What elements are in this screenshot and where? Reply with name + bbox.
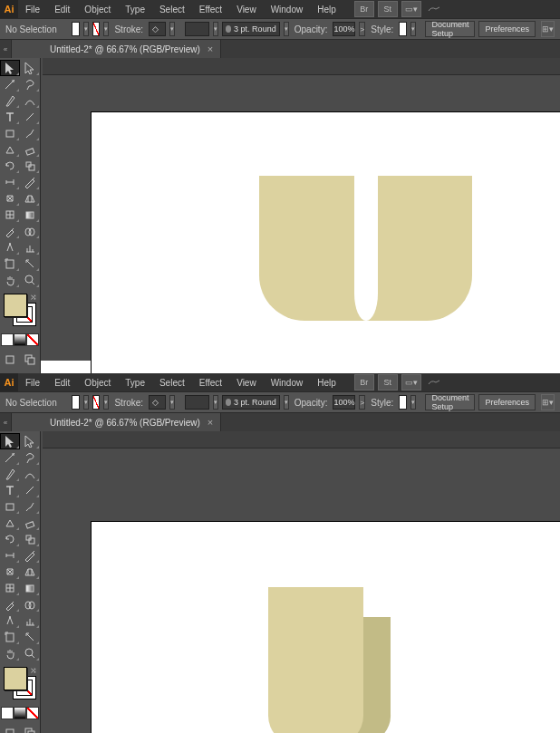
gradient-tool[interactable] — [20, 207, 40, 223]
hand-tool[interactable] — [0, 272, 20, 288]
color-mode-solid[interactable] — [1, 707, 14, 719]
fill-swatch[interactable] — [72, 395, 80, 410]
draw-mode-normal[interactable] — [0, 725, 20, 733]
column-graph-tool[interactable] — [20, 612, 40, 629]
brush-definition[interactable]: 3 pt. Round — [222, 395, 280, 410]
slice-tool[interactable] — [20, 256, 40, 272]
graphic-style-swatch[interactable] — [399, 395, 407, 410]
bridge-button[interactable]: St — [378, 374, 398, 391]
menu-object[interactable]: Object — [77, 373, 118, 391]
blend-tool[interactable] — [20, 223, 40, 239]
free-transform-tool[interactable] — [20, 547, 40, 564]
lasso-tool[interactable] — [20, 76, 40, 92]
var-width-profile[interactable] — [185, 395, 208, 410]
rotate-tool[interactable] — [0, 158, 20, 174]
curvature-tool[interactable] — [20, 466, 40, 482]
sidebar-toggle[interactable]: « — [0, 413, 12, 431]
color-mode-gradient[interactable] — [14, 707, 26, 719]
fill-dropdown[interactable]: ▾ — [83, 22, 89, 36]
gradient-tool[interactable] — [20, 580, 40, 596]
menu-window[interactable]: Window — [264, 373, 311, 391]
rectangle-tool[interactable] — [0, 498, 20, 515]
swap-fill-stroke-icon[interactable]: ⤭ — [30, 666, 37, 675]
artboard[interactable] — [92, 112, 560, 381]
stroke-swatch[interactable] — [92, 22, 101, 36]
shaper-tool[interactable] — [0, 515, 20, 531]
menu-type[interactable]: Type — [118, 373, 152, 391]
document-setup-button[interactable]: Document Setup — [425, 394, 475, 410]
close-tab-icon[interactable]: × — [208, 417, 213, 428]
draw-mode-normal[interactable] — [0, 352, 20, 368]
selection-tool[interactable] — [0, 60, 20, 76]
menu-select[interactable]: Select — [152, 373, 192, 391]
menu-view[interactable]: View — [229, 0, 264, 18]
stroke-weight-field[interactable]: ◇ — [149, 395, 166, 410]
shape-builder-tool[interactable] — [0, 190, 20, 207]
perspective-grid-tool[interactable] — [20, 190, 40, 207]
arrange-docs-button[interactable]: ▭▾ — [401, 374, 421, 391]
width-tool[interactable] — [0, 174, 20, 190]
eraser-tool[interactable] — [20, 515, 40, 531]
artboard[interactable] — [92, 522, 560, 733]
menu-window[interactable]: Window — [264, 0, 311, 18]
slice-tool[interactable] — [20, 629, 40, 645]
magic-wand-tool[interactable] — [0, 76, 20, 92]
eyedropper-tool[interactable] — [0, 596, 20, 612]
preferences-button[interactable]: Preferences — [478, 21, 536, 37]
menu-type[interactable]: Type — [118, 0, 152, 18]
draw-mode-behind[interactable] — [20, 352, 40, 368]
selection-tool[interactable] — [0, 433, 20, 449]
color-mode-none[interactable] — [26, 707, 39, 719]
menu-edit[interactable]: Edit — [47, 0, 77, 18]
magic-wand-tool[interactable] — [0, 449, 20, 466]
zoom-tool[interactable] — [20, 272, 40, 288]
opacity-more[interactable]: > — [359, 22, 365, 36]
shape-builder-tool[interactable] — [0, 564, 20, 580]
fill-box[interactable] — [4, 667, 27, 690]
menu-edit[interactable]: Edit — [47, 373, 77, 391]
direct-selection-tool[interactable] — [20, 60, 40, 76]
brush-dropdown[interactable]: ▾ — [284, 22, 289, 36]
line-tool[interactable] — [20, 109, 40, 125]
pen-tool[interactable] — [0, 92, 20, 109]
stroke-weight-dropdown[interactable]: ▾ — [169, 395, 175, 410]
zoom-tool[interactable] — [20, 645, 40, 661]
align-button[interactable]: ⊞▾ — [541, 21, 555, 37]
shaper-tool[interactable] — [0, 141, 20, 158]
fill-stroke-control[interactable]: ⤭ — [4, 667, 36, 699]
graphic-style-dropdown[interactable]: ▾ — [410, 395, 416, 410]
document-tab[interactable]: Untitled-2* @ 66.67% (RGB/Preview)× — [43, 40, 221, 58]
rotate-tool[interactable] — [0, 531, 20, 547]
opacity-field[interactable]: 100% — [333, 22, 355, 36]
type-tool[interactable] — [0, 482, 20, 498]
align-button[interactable]: ⊞▾ — [541, 394, 555, 410]
document-setup-button[interactable]: Document Setup — [425, 21, 475, 37]
bridge-button[interactable]: Br — [354, 374, 374, 391]
paintbrush-tool[interactable] — [20, 498, 40, 515]
arrange-docs-button[interactable]: ▭▾ — [401, 1, 421, 17]
rectangle-tool[interactable] — [0, 125, 20, 141]
hand-tool[interactable] — [0, 645, 20, 661]
stroke-swatch[interactable] — [92, 395, 101, 410]
brush-definition[interactable]: 3 pt. Round — [222, 22, 280, 36]
menu-file[interactable]: File — [18, 0, 47, 18]
var-width-profile[interactable] — [185, 22, 208, 36]
fill-box[interactable] — [4, 294, 27, 317]
menu-effect[interactable]: Effect — [192, 373, 229, 391]
menu-view[interactable]: View — [229, 373, 264, 391]
stroke-dropdown[interactable]: ▾ — [103, 395, 109, 410]
curvature-tool[interactable] — [20, 92, 40, 109]
close-tab-icon[interactable]: × — [208, 43, 213, 54]
menu-object[interactable]: Object — [77, 0, 118, 18]
paintbrush-tool[interactable] — [20, 125, 40, 141]
column-graph-tool[interactable] — [20, 239, 40, 256]
brush-dropdown[interactable]: ▾ — [284, 395, 289, 410]
menu-effect[interactable]: Effect — [192, 0, 229, 18]
menu-help[interactable]: Help — [310, 373, 343, 391]
mesh-tool[interactable] — [0, 580, 20, 596]
fill-dropdown[interactable]: ▾ — [83, 395, 89, 410]
direct-selection-tool[interactable] — [20, 433, 40, 449]
width-tool[interactable] — [0, 547, 20, 564]
lasso-tool[interactable] — [20, 449, 40, 466]
menu-file[interactable]: File — [18, 373, 47, 391]
